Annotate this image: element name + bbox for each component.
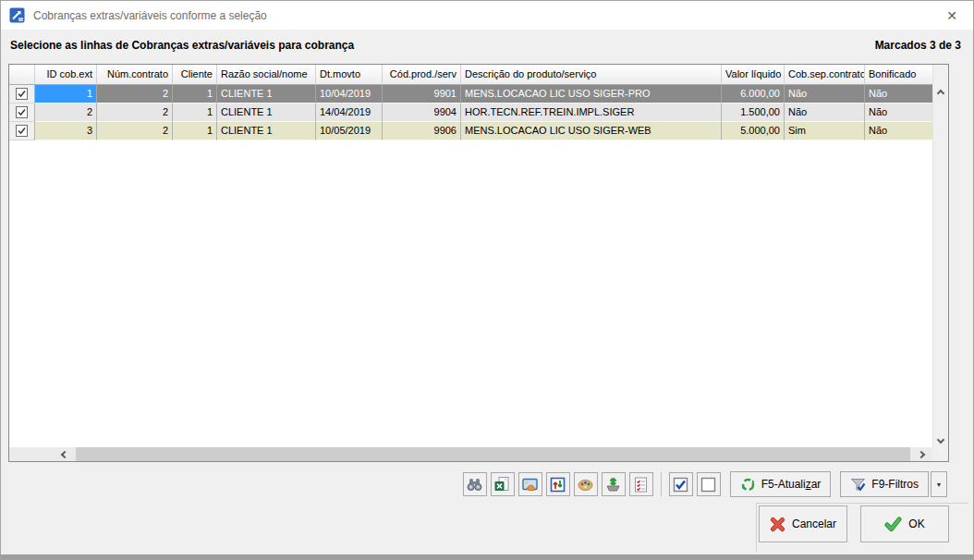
cell-contrato[interactable]: 2 [97, 85, 173, 103]
refresh-label: F5-Atualizar [761, 478, 822, 491]
palette-button[interactable] [574, 472, 598, 496]
cell-bonificado[interactable]: Não [865, 103, 932, 122]
checklist-button[interactable] [629, 472, 653, 496]
image-export-icon [521, 476, 539, 493]
cell-cobsep[interactable]: Sim [785, 122, 865, 140]
cell-cliente[interactable]: 1 [173, 122, 217, 140]
cell-dtmovto[interactable]: 14/04/2019 [316, 103, 383, 122]
scroll-left-button[interactable] [54, 447, 76, 461]
dialog-window: Cobranças extras/variáveis conforme a se… [0, 0, 974, 560]
cell-dtmovto[interactable]: 10/05/2019 [316, 122, 383, 140]
palette-icon [577, 476, 594, 493]
cell-id[interactable]: 1 [35, 85, 97, 103]
table-row[interactable]: 3 2 1 CLIENTE 1 10/05/2019 9906 MENS.LOC… [9, 122, 932, 140]
header-razao[interactable]: Razão social/nome [217, 65, 316, 85]
cell-cobsep[interactable]: Não [785, 85, 865, 103]
table-row[interactable]: 1 2 1 CLIENTE 1 10/04/2019 9901 MENS.LOC… [9, 85, 932, 103]
vertical-scrollbar[interactable] [932, 65, 948, 447]
header-id[interactable]: ID cob.ext [35, 65, 97, 85]
export-download-button[interactable] [602, 472, 626, 496]
grid-toolbar: F5-Atualizar F9-Filtros ▼ [459, 470, 947, 498]
cell-cliente[interactable]: 1 [173, 85, 217, 103]
cell-codprod[interactable]: 9906 [383, 122, 461, 140]
check-icon [17, 107, 27, 117]
ok-check-icon [884, 517, 902, 532]
cancel-x-icon [770, 517, 785, 532]
grid-body: ID cob.ext Núm.contrato Cliente Razão so… [9, 65, 932, 140]
check-icon [17, 126, 27, 136]
row-checkbox[interactable] [16, 106, 28, 118]
window-bottom-border [1, 554, 973, 559]
uncheck-all-button[interactable] [697, 472, 721, 496]
cell-contrato[interactable]: 2 [97, 122, 173, 140]
cell-dtmovto[interactable]: 10/04/2019 [316, 85, 383, 103]
cell-cliente[interactable]: 1 [173, 103, 217, 122]
cell-razao[interactable]: CLIENTE 1 [217, 122, 316, 140]
table-row[interactable]: 2 2 1 CLIENTE 1 14/04/2019 9904 HOR.TECN… [9, 103, 932, 122]
cell-contrato[interactable]: 2 [97, 103, 173, 122]
sort-values-button[interactable] [546, 472, 570, 496]
cell-id[interactable]: 2 [35, 103, 97, 122]
cell-bonificado[interactable]: Não [865, 122, 932, 140]
image-export-button[interactable] [518, 472, 542, 496]
filter-funnel-icon [850, 477, 866, 493]
row-checkbox[interactable] [16, 88, 28, 100]
cell-cobsep[interactable]: Não [785, 103, 865, 122]
row-checkbox[interactable] [16, 125, 28, 137]
scroll-up-icon[interactable] [937, 90, 944, 97]
title-bar: Cobranças extras/variáveis conforme a se… [1, 1, 973, 30]
close-button[interactable]: ✕ [931, 1, 973, 30]
filters-button[interactable]: F9-Filtros [840, 471, 929, 497]
header-cobsep[interactable]: Cob.sep.contrato [785, 65, 865, 85]
cell-descricao[interactable]: HOR.TECN.REF.TREIN.IMPL.SIGER [461, 103, 722, 122]
check-all-button[interactable] [669, 472, 693, 496]
close-icon: ✕ [946, 8, 957, 23]
header-valor[interactable]: Valor líquido [722, 65, 785, 85]
uncheck-all-icon [700, 477, 716, 493]
cell-razao[interactable]: CLIENTE 1 [217, 103, 316, 122]
row-checkbox-cell [9, 85, 35, 103]
app-logo-icon [9, 7, 25, 23]
filters-label: F9-Filtros [871, 478, 919, 491]
cell-id[interactable]: 3 [35, 122, 97, 140]
search-button[interactable] [463, 472, 487, 496]
cancel-button[interactable]: Cancelar [759, 505, 847, 542]
cell-descricao[interactable]: MENS.LOCACAO LIC USO SIGER-PRO [461, 85, 722, 103]
ok-button[interactable]: OK [860, 505, 949, 542]
header-bonificado[interactable]: Bonificado [865, 65, 932, 85]
excel-export-button[interactable] [491, 472, 515, 496]
row-checkbox-cell [9, 103, 35, 122]
header-check[interactable] [9, 65, 35, 85]
cell-codprod[interactable]: 9901 [383, 85, 461, 103]
cell-valor[interactable]: 1.500,00 [722, 103, 785, 122]
cancel-label: Cancelar [792, 517, 836, 530]
selection-grid: ID cob.ext Núm.contrato Cliente Razão so… [8, 64, 949, 462]
refresh-button[interactable]: F5-Atualizar [730, 471, 832, 497]
header-descricao[interactable]: Descrição do produto/serviço [461, 65, 722, 85]
cell-bonificado[interactable]: Não [865, 85, 932, 103]
header-contrato[interactable]: Núm.contrato [97, 65, 173, 85]
cell-valor[interactable]: 5.000,00 [722, 122, 785, 140]
cell-descricao[interactable]: MENS.LOCACAO LIC USO SIGER-WEB [461, 122, 722, 140]
header-dtmovto[interactable]: Dt.movto [316, 65, 383, 85]
window-title: Cobranças extras/variáveis conforme a se… [33, 9, 267, 22]
cell-valor[interactable]: 6.000,00 [722, 85, 785, 103]
check-icon [17, 89, 27, 99]
binoculars-icon [466, 476, 483, 493]
row-checkbox-cell [9, 122, 35, 140]
cell-razao[interactable]: CLIENTE 1 [217, 85, 316, 103]
header-cliente[interactable]: Cliente [173, 65, 217, 85]
hscroll-thumb[interactable] [76, 447, 910, 461]
filters-dropdown-button[interactable]: ▼ [931, 471, 947, 497]
excel-export-icon [493, 476, 511, 493]
scroll-down-icon[interactable] [937, 436, 944, 444]
scroll-left-icon [61, 450, 68, 457]
toolbar-separator [661, 472, 662, 496]
export-download-icon [604, 476, 622, 493]
horizontal-scrollbar[interactable] [9, 447, 932, 461]
cell-codprod[interactable]: 9904 [383, 103, 461, 122]
scroll-right-button[interactable] [910, 447, 932, 461]
hscroll-track-start [9, 447, 54, 461]
ok-label: OK [908, 517, 924, 530]
header-codprod[interactable]: Cód.prod./serv [383, 65, 461, 85]
